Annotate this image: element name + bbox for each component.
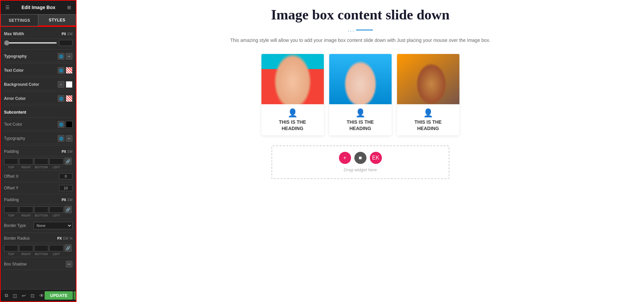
drop-zone-plus-icon[interactable]: + xyxy=(339,152,351,164)
drop-zone-ek-icon[interactable]: EK xyxy=(370,152,382,164)
pad2-right-label: RIGHT xyxy=(19,214,33,217)
text-color-label: Text Color xyxy=(4,68,23,73)
offset-y-input[interactable]: 10 xyxy=(59,185,72,191)
br-top[interactable] xyxy=(4,245,18,251)
max-width-label: Max Width xyxy=(4,32,24,36)
sub-text-globe-icon[interactable]: 🌐 xyxy=(58,121,64,128)
pad1-right[interactable] xyxy=(19,158,33,165)
drop-zone-icons: + ■ EK xyxy=(339,152,382,164)
grid-icon[interactable]: ⊞ xyxy=(66,4,72,11)
px-unit[interactable]: PX xyxy=(62,32,66,36)
br-left[interactable] xyxy=(49,245,63,251)
drop-zone[interactable]: + ■ EK Drag widget here xyxy=(271,145,449,179)
arrow-color-row: Arror Color 🌐 xyxy=(4,93,72,104)
pad2-px-unit[interactable]: PX xyxy=(62,198,66,202)
pad2-em-unit[interactable]: EM xyxy=(67,198,72,202)
box-shadow-label: Box Shadow xyxy=(4,262,27,266)
offset-x-row: Offset X 0 xyxy=(4,172,72,181)
pad1-px-unit[interactable]: PX xyxy=(62,150,66,154)
padding2-units: PX EM xyxy=(62,198,72,202)
responsive-icon[interactable]: ⊡ xyxy=(30,292,35,299)
pad1-link-icon[interactable]: 🔗 xyxy=(64,158,72,165)
offset-x-label: Offset X xyxy=(4,174,18,179)
br-right-label: RIGHT xyxy=(19,252,33,256)
image-box-3-icon: 👤 xyxy=(401,108,455,118)
br-bottom[interactable] xyxy=(34,245,48,251)
sub-text-color-icons: 🌐 xyxy=(58,121,72,128)
bg-color-label: Background Color xyxy=(4,82,39,87)
br-em-unit[interactable]: EM xyxy=(63,237,68,240)
br-px-unit[interactable]: PX xyxy=(57,237,62,240)
pad1-link-spacer xyxy=(64,166,72,169)
pad1-bottom[interactable] xyxy=(34,158,48,165)
arrow-color-globe-icon[interactable]: 🌐 xyxy=(58,95,64,102)
sub-typo-globe-icon[interactable]: 🌐 xyxy=(58,135,64,142)
pad2-link-spacer xyxy=(64,214,72,217)
sidebar-header-left-icons: ☰ xyxy=(5,4,10,11)
pad1-right-label: RIGHT xyxy=(19,166,33,169)
image-box-1-image xyxy=(261,54,324,104)
sub-text-color-swatch[interactable] xyxy=(66,121,72,128)
image-box-1: 👤 THIS IS THE HEADING xyxy=(261,54,324,135)
undo-icon[interactable]: ↩ xyxy=(21,292,27,299)
image-box-2-content: 👤 THIS IS THE HEADING xyxy=(329,104,392,135)
text-color-globe-icon[interactable]: 🌐 xyxy=(58,67,64,74)
pad1-top[interactable] xyxy=(4,158,18,165)
image-box-3-image xyxy=(397,54,459,104)
pad1-em-unit[interactable]: EM xyxy=(67,150,72,154)
padding1-label: Padding xyxy=(4,149,19,154)
sidebar-content: Max Width PX EM Typography 🌐 ✏ Text Colo… xyxy=(1,27,76,289)
preview-icon[interactable]: 👁 xyxy=(39,292,45,299)
typography-globe-icon[interactable]: 🌐 xyxy=(58,53,64,60)
pad2-link-icon[interactable]: 🔗 xyxy=(64,206,72,213)
text-color-row: Text Color 🌐 xyxy=(4,65,72,76)
padding1-labels: TOP RIGHT BOTTOM LEFT xyxy=(4,166,72,169)
bg-color-icons: ✓ xyxy=(58,81,72,88)
text-color-swatch[interactable] xyxy=(66,67,72,74)
main-content: Image box content slide down ... This am… xyxy=(77,0,644,302)
image-box-2-image xyxy=(329,54,392,104)
em-unit[interactable]: EM xyxy=(67,32,72,36)
image-box-3: 👤 THIS IS THE HEADING xyxy=(397,54,459,135)
br-right[interactable] xyxy=(19,245,33,251)
sub-typo-edit-icon[interactable]: ✏ xyxy=(66,135,72,142)
canvas-area: Image box content slide down ... This am… xyxy=(77,0,644,302)
image-box-3-heading: THIS IS THE HEADING xyxy=(401,119,455,131)
drop-zone-square-icon[interactable]: ■ xyxy=(354,152,366,164)
sub-text-color-label: Text Color xyxy=(4,122,22,127)
sidebar-header: ☰ Edit Image Box ⊞ xyxy=(1,1,76,14)
typography-edit-icon[interactable]: ✏ xyxy=(66,53,72,60)
pages-icon[interactable]: ◫ xyxy=(12,292,18,299)
tab-settings[interactable]: SETTINGS xyxy=(1,14,38,26)
image-box-1-heading: THIS IS THE HEADING xyxy=(265,119,320,131)
sidebar: ☰ Edit Image Box ⊞ SETTINGS STYLES Max W… xyxy=(0,0,77,302)
pad2-right[interactable] xyxy=(19,206,33,213)
box-shadow-row: Box Shadow ✏ xyxy=(4,259,72,270)
br-link-icon[interactable]: 🔗 xyxy=(64,244,72,252)
offset-x-input[interactable]: 0 xyxy=(59,173,72,179)
br-pct-unit[interactable]: % xyxy=(69,237,72,240)
max-width-units: PX EM xyxy=(62,32,72,36)
max-width-input[interactable] xyxy=(59,40,72,46)
max-width-range[interactable] xyxy=(4,42,57,44)
tab-styles[interactable]: STYLES xyxy=(38,14,76,26)
layers-icon[interactable]: ⧉ xyxy=(4,292,9,299)
pad2-top-label: TOP xyxy=(4,214,18,217)
bg-color-swatch[interactable] xyxy=(66,81,72,88)
pad1-left[interactable] xyxy=(49,158,63,165)
bg-color-check-icon[interactable]: ✓ xyxy=(58,81,64,88)
padding1-units: PX EM xyxy=(62,150,72,154)
arrow-color-label: Arror Color xyxy=(4,96,26,101)
hamburger-icon[interactable]: ☰ xyxy=(5,4,10,11)
border-type-select[interactable]: None Solid Dashed Dotted xyxy=(34,222,72,229)
typography-icons: 🌐 ✏ xyxy=(58,53,72,60)
box-shadow-edit-icon[interactable]: ✏ xyxy=(66,261,72,267)
pad2-top[interactable] xyxy=(4,206,18,213)
arrow-color-swatch[interactable] xyxy=(66,95,72,102)
pad2-left[interactable] xyxy=(49,206,63,213)
update-button[interactable]: UPDATE xyxy=(45,291,73,300)
update-arrow-button[interactable]: ▲ xyxy=(73,291,77,300)
pad2-bottom[interactable] xyxy=(34,206,48,213)
sub-typography-label: Typography xyxy=(4,136,25,141)
border-radius-units: PX EM % xyxy=(57,237,72,240)
